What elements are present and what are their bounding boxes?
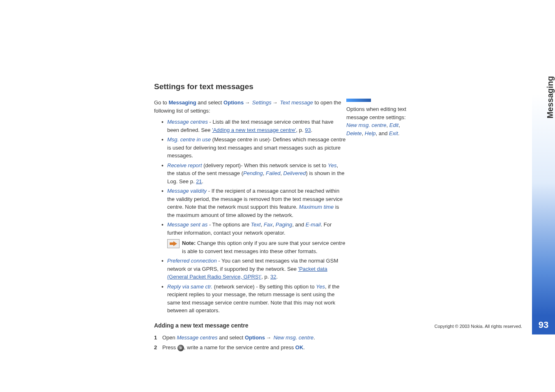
list-item: Reply via same ctr. (network service) - … — [161, 283, 346, 315]
step-number: 1 — [154, 334, 157, 342]
gradient-decoration — [532, 94, 555, 316]
status-value: Delivered — [283, 170, 306, 176]
setting-label: Reply via same ctr. — [167, 284, 212, 290]
menu-option: Edit — [389, 122, 398, 128]
option-value: Fax — [264, 221, 273, 228]
step-number: 2 — [154, 344, 157, 352]
options-menu: Options — [245, 334, 265, 341]
menu-item: New msg. centre — [274, 334, 314, 341]
svg-marker-0 — [170, 241, 177, 246]
list-item: Msg. centre in use (Message centre in us… — [161, 136, 346, 160]
setting-label: Message centres — [167, 119, 208, 125]
status-value: Failed — [266, 170, 280, 176]
note-body: Change this option only if you are sure … — [182, 240, 345, 254]
setting-text: , p. — [261, 274, 270, 280]
sep: , — [273, 221, 276, 228]
sep: , — [387, 122, 389, 128]
menu-item: Message centres — [177, 334, 217, 341]
settings-list: Message centres - Lists all the text mes… — [161, 118, 346, 315]
sep: , and — [376, 130, 389, 136]
setting-label: Message validity — [167, 188, 207, 194]
setting-text: , p. — [296, 127, 305, 133]
sep: , — [362, 130, 365, 136]
sep: , — [280, 170, 283, 176]
step-item: 1 Open Message centres and select Option… — [154, 334, 518, 342]
step-item: 2 Press , write a name for the service c… — [154, 344, 518, 352]
setting-text: . — [276, 274, 278, 280]
list-item: Preferred connection - You can send text… — [161, 257, 346, 281]
list-item: Receive report (delivery report)- When t… — [161, 161, 346, 186]
messaging-menu: Messaging — [168, 99, 196, 106]
list-item: Message centres - Lists all the text mes… — [161, 118, 346, 134]
sidebar-marker — [346, 99, 371, 102]
option-value: Yes — [316, 284, 325, 290]
navigation-key-icon — [177, 345, 184, 351]
menu-option: Exit — [389, 130, 398, 136]
page-link[interactable]: 93 — [305, 127, 311, 133]
list-item: Message validity - If the recipient of a… — [161, 187, 346, 219]
page-link[interactable]: 32 — [270, 274, 276, 280]
cross-ref-link[interactable]: 'Adding a new text message centre' — [212, 127, 296, 133]
setting-text: . — [202, 178, 204, 184]
section-title: Settings for text messages — [154, 82, 518, 91]
step-text: , write a name for the service centre an… — [184, 344, 295, 350]
setting-text: - The options are — [207, 221, 251, 228]
sep: , — [398, 122, 400, 128]
setting-label: Msg. centre in use — [167, 136, 211, 143]
ok-button-label: OK — [295, 344, 304, 350]
setting-label: Receive report — [167, 162, 202, 168]
menu-option: New msg. centre — [346, 122, 387, 128]
status-value: Pending — [243, 170, 263, 176]
step-text: and select — [217, 334, 245, 341]
settings-menu: Settings — [252, 99, 272, 106]
option-value: Paging — [276, 221, 292, 228]
note-label: Note: — [182, 240, 196, 246]
option-value: Maximum time — [299, 204, 334, 210]
step-text: . — [313, 334, 315, 341]
sep: , and — [292, 221, 306, 228]
page-margin-panel: Messaging 93 — [532, 0, 555, 392]
arrow-icon: → — [272, 99, 279, 106]
page-number: 93 — [532, 316, 555, 334]
sidebar-text: Options when editing text message centre… — [346, 106, 406, 120]
option-value: Yes — [328, 162, 337, 168]
intro-and-select: and select — [196, 99, 224, 106]
setting-label: Preferred connection — [167, 258, 217, 264]
options-menu: Options — [223, 99, 244, 106]
copyright-text: Copyright © 2003 Nokia. All rights reser… — [434, 324, 522, 329]
setting-text: (delivery report)- When this network ser… — [202, 162, 328, 168]
sep: , — [261, 221, 264, 228]
note-arrow-icon — [167, 239, 180, 248]
note-block: Note: Change this option only if you are… — [167, 239, 346, 255]
option-value: E-mail — [306, 221, 321, 228]
arrow-icon: → — [244, 99, 251, 106]
setting-label: Message sent as — [167, 221, 207, 228]
arrow-icon: → — [266, 334, 273, 341]
step-text: Open — [162, 334, 177, 341]
sidebar-text: . — [398, 130, 400, 136]
note-text: Note: Change this option only if you are… — [182, 239, 346, 255]
list-item: Message sent as - The options are Text, … — [161, 221, 346, 255]
intro-prefix: Go to — [154, 99, 168, 106]
page-link[interactable]: 21 — [196, 178, 202, 184]
menu-option: Help — [365, 130, 376, 136]
steps-list: 1 Open Message centres and select Option… — [154, 334, 518, 353]
sep: , — [263, 170, 266, 176]
sidebar-note: Options when editing text message centre… — [346, 99, 416, 137]
option-value: Text — [251, 221, 261, 228]
menu-option: Delete — [346, 130, 362, 136]
intro-paragraph: Go to Messaging and select Options→ Sett… — [154, 99, 347, 115]
text-message-menu: Text message — [280, 99, 313, 106]
section-tab: Messaging — [546, 76, 555, 118]
step-text: Press — [162, 344, 177, 350]
step-text: . — [303, 344, 305, 350]
setting-text: (network service) - By setting this opti… — [212, 284, 316, 290]
setting-text: . — [311, 127, 313, 133]
